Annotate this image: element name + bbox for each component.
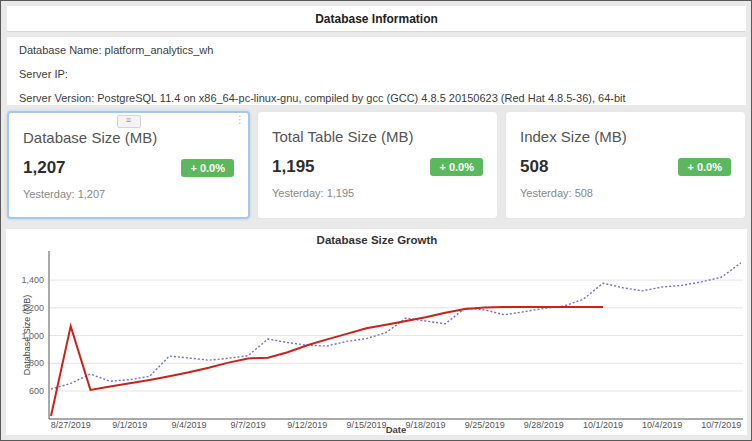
page-title: Database Information (315, 12, 438, 26)
database-info-window: Database Information Database Name: plat… (0, 0, 752, 441)
svg-text:9/1/2019: 9/1/2019 (112, 420, 147, 430)
server-ip-text: Server IP: (19, 68, 734, 81)
growth-chart: Database Size Growth Database Size (MB) … (6, 229, 747, 435)
change-badge: + 0.0% (181, 159, 234, 177)
svg-text:9/15/2019: 9/15/2019 (346, 420, 386, 430)
growth-chart-panel: Database Size Growth Database Size (MB) … (6, 229, 747, 435)
card-title: Database Size (MB) (23, 129, 234, 146)
card-total-table-size[interactable]: Total Table Size (MB) 1,195 + 0.0% Yeste… (257, 111, 498, 219)
yesterday-value: Yesterday: 1,207 (23, 188, 234, 200)
card-value: 1,207 (23, 158, 66, 178)
server-version-text: Server Version: PostgreSQL 11.4 on x86_6… (19, 92, 734, 105)
svg-text:1,000: 1,000 (21, 331, 44, 341)
card-value: 508 (520, 157, 548, 177)
svg-text:10/1/2019: 10/1/2019 (583, 420, 623, 430)
x-axis-title: Date (386, 424, 407, 435)
svg-text:600: 600 (29, 386, 44, 396)
card-title: Total Table Size (MB) (272, 128, 483, 145)
card-title: Index Size (MB) (520, 128, 731, 145)
svg-text:10/4/2019: 10/4/2019 (642, 420, 682, 430)
card-index-size[interactable]: Index Size (MB) 508 + 0.0% Yesterday: 50… (505, 111, 746, 219)
chart-title: Database Size Growth (317, 234, 438, 246)
change-badge: + 0.0% (430, 158, 483, 176)
svg-text:9/4/2019: 9/4/2019 (171, 420, 206, 430)
svg-text:800: 800 (29, 358, 44, 368)
svg-text:1,400: 1,400 (21, 275, 44, 285)
panel-header: Database Information (7, 6, 746, 32)
svg-text:9/7/2019: 9/7/2019 (231, 420, 266, 430)
svg-text:9/28/2019: 9/28/2019 (524, 420, 564, 430)
kebab-menu-icon[interactable]: ⋮ (235, 115, 245, 125)
drag-handle-icon[interactable]: ≡ (117, 115, 141, 128)
database-name-text: Database Name: platform_analytics_wh (19, 44, 734, 57)
yesterday-value: Yesterday: 508 (520, 187, 731, 199)
svg-text:9/12/2019: 9/12/2019 (287, 420, 327, 430)
svg-text:10/7/2019: 10/7/2019 (701, 420, 741, 430)
svg-text:1,200: 1,200 (21, 303, 44, 313)
card-database-size[interactable]: ≡ ⋮ Database Size (MB) 1,207 + 0.0% Yest… (7, 111, 250, 219)
database-info-panel: Database Name: platform_analytics_wh Ser… (7, 37, 746, 105)
card-value: 1,195 (272, 157, 315, 177)
change-badge: + 0.0% (678, 158, 731, 176)
metric-cards-row: ≡ ⋮ Database Size (MB) 1,207 + 0.0% Yest… (7, 111, 746, 219)
svg-text:9/18/2019: 9/18/2019 (406, 420, 446, 430)
svg-text:9/25/2019: 9/25/2019 (465, 420, 505, 430)
svg-text:8/27/2019: 8/27/2019 (51, 420, 91, 430)
yesterday-value: Yesterday: 1,195 (272, 187, 483, 199)
